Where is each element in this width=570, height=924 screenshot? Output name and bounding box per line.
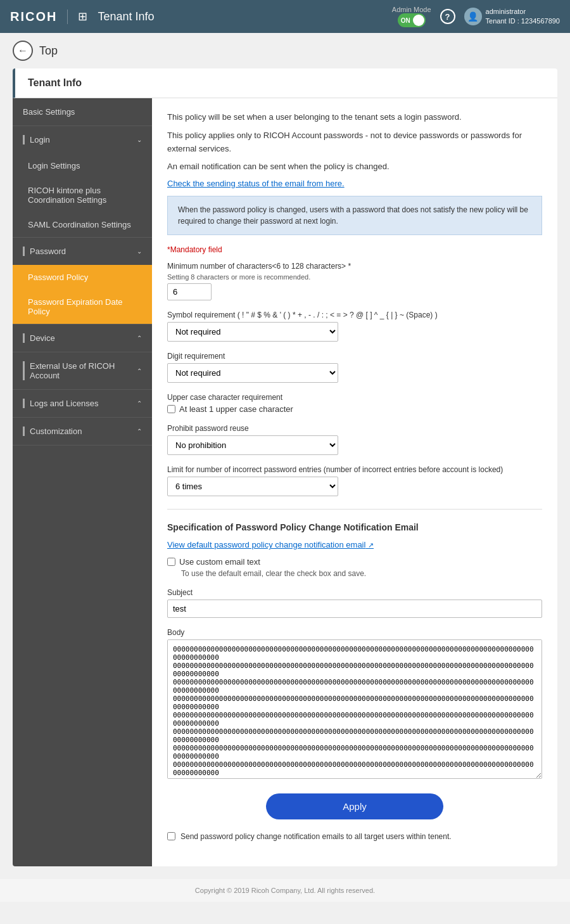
- sidebar-section-login: Login ⌄ Login Settings RICOH kintone plu…: [13, 126, 152, 238]
- sidebar-section-password: Password ⌄ Password Policy Password Expi…: [13, 238, 152, 324]
- sidebar-item-password-policy[interactable]: Password Policy: [13, 265, 152, 290]
- symbol-requirement-select[interactable]: Not required Required: [167, 322, 338, 342]
- body-textarea[interactable]: [167, 639, 542, 779]
- sidebar-item-login[interactable]: Login ⌄: [13, 126, 152, 153]
- sidebar-section-customization: Customization ⌃: [13, 418, 152, 446]
- sidebar-section-external: External Use of RICOH Account ⌃: [13, 352, 152, 390]
- symbol-requirement-label: Symbol requirement ( ! " # $ % & ' ( ) *…: [167, 311, 542, 319]
- uppercase-checkbox-row: At least 1 upper case character: [167, 404, 542, 414]
- logs-label: Logs and Licenses: [23, 399, 98, 408]
- sidebar-item-ricoh-kintone[interactable]: RICOH kintone plus Coordination Settings: [13, 178, 152, 212]
- sidebar-item-saml[interactable]: SAML Coordination Settings: [13, 212, 152, 237]
- uppercase-checkbox-label: At least 1 upper case character: [179, 404, 293, 414]
- sidebar-item-external-use[interactable]: External Use of RICOH Account ⌃: [13, 352, 152, 389]
- policy-desc-3: An email notification can be sent when t…: [167, 160, 542, 174]
- sidebar-item-password-expiration[interactable]: Password Expiration Date Policy: [13, 290, 152, 324]
- user-text: administrator Tenant ID : 1234567890: [486, 7, 560, 27]
- grid-icon[interactable]: ⊞: [78, 10, 87, 23]
- sidebar-item-device[interactable]: Device ⌃: [13, 324, 152, 352]
- sidebar-item-basic-settings[interactable]: Basic Settings: [13, 98, 152, 125]
- back-bar: ← Top: [0, 33, 570, 68]
- sidebar-section-device: Device ⌃: [13, 324, 152, 352]
- body-section: Body: [167, 628, 542, 781]
- toggle-on-label: ON: [401, 17, 410, 24]
- customization-label: Customization: [23, 427, 82, 436]
- min-chars-section: Minimum number of characters<6 to 128 ch…: [167, 262, 542, 300]
- external-use-chevron: ⌃: [137, 368, 142, 375]
- external-link-icon: ↗: [368, 541, 374, 549]
- uppercase-section: Upper case character requirement At leas…: [167, 393, 542, 414]
- digit-requirement-label: Digit requirement: [167, 352, 542, 361]
- main-content: This policy will be set when a user belo…: [152, 98, 557, 866]
- customization-chevron: ⌃: [137, 428, 142, 435]
- prohibit-reuse-section: Prohibit password reuse No prohibition P…: [167, 424, 542, 455]
- min-chars-input[interactable]: [167, 283, 212, 300]
- body-label: Body: [167, 628, 542, 637]
- uppercase-checkbox[interactable]: [167, 405, 175, 413]
- tenant-id: Tenant ID : 1234567890: [486, 16, 560, 26]
- spec-section-title: Specification of Password Policy Change …: [167, 522, 542, 532]
- back-button[interactable]: ←: [13, 41, 33, 61]
- sidebar-section-basic: Basic Settings: [13, 98, 152, 126]
- sidebar: Basic Settings Login ⌄ Login Settings RI…: [13, 98, 152, 866]
- admin-mode-toggle: Admin Mode ON: [392, 6, 431, 27]
- user-name: administrator: [486, 7, 560, 16]
- device-chevron: ⌃: [137, 335, 142, 342]
- login-label: Login: [23, 135, 50, 144]
- use-custom-email-label: Use custom email text: [179, 557, 260, 567]
- use-custom-email-section: Use custom email text To use the default…: [167, 557, 542, 578]
- mandatory-note: *Mandatory field: [167, 245, 542, 254]
- logs-chevron: ⌃: [137, 400, 142, 407]
- admin-mode-switch[interactable]: ON: [398, 13, 426, 27]
- view-default-link[interactable]: View default password policy change noti…: [167, 540, 374, 549]
- send-notification-row: Send password policy change notification…: [167, 832, 542, 841]
- subject-input[interactable]: [167, 600, 542, 618]
- lock-limit-label: Limit for number of incorrect password e…: [167, 465, 542, 474]
- login-chevron: ⌄: [137, 136, 142, 143]
- symbol-requirement-section: Symbol requirement ( ! " # $ % & ' ( ) *…: [167, 311, 542, 342]
- back-label: Top: [39, 44, 58, 58]
- sidebar-item-logs-licenses[interactable]: Logs and Licenses ⌃: [13, 390, 152, 417]
- use-custom-email-checkbox[interactable]: [167, 558, 175, 566]
- min-chars-sublabel: Setting 8 characters or more is recommen…: [167, 273, 542, 281]
- uppercase-label: Upper case character requirement: [167, 393, 542, 402]
- min-chars-label: Minimum number of characters<6 to 128 ch…: [167, 262, 542, 271]
- sidebar-item-login-settings[interactable]: Login Settings: [13, 153, 152, 178]
- user-avatar: 👤: [464, 8, 482, 25]
- help-icon[interactable]: ?: [440, 9, 455, 24]
- external-use-label: External Use of RICOH Account: [23, 361, 137, 380]
- lock-limit-section: Limit for number of incorrect password e…: [167, 465, 542, 496]
- content-layout: Basic Settings Login ⌄ Login Settings RI…: [13, 98, 557, 866]
- send-notification-label: Send password policy change notification…: [180, 832, 452, 841]
- sidebar-item-password[interactable]: Password ⌄: [13, 238, 152, 265]
- lock-limit-select[interactable]: 6 times 3 times 5 times 10 times: [167, 477, 338, 496]
- apply-button[interactable]: Apply: [266, 793, 443, 819]
- toggle-knob: [413, 15, 424, 26]
- header: RICOH ⊞ Tenant Info Admin Mode ON ? 👤 ad…: [0, 0, 570, 33]
- sidebar-item-customization[interactable]: Customization ⌃: [13, 418, 152, 445]
- policy-desc-1: This policy will be set when a user belo…: [167, 111, 542, 124]
- subject-section: Subject: [167, 588, 542, 618]
- password-chevron: ⌄: [137, 248, 142, 255]
- basic-settings-label: Basic Settings: [23, 107, 75, 117]
- page-title: Tenant Info: [13, 68, 557, 98]
- digit-requirement-select[interactable]: Not required Required: [167, 363, 338, 383]
- policy-desc-2: This policy applies only to RICOH Accoun…: [167, 129, 542, 156]
- policy-link[interactable]: Check the sending status of the email fr…: [167, 179, 345, 188]
- divider: [167, 509, 542, 510]
- footer: Copyright © 2019 Ricoh Company, Ltd. All…: [0, 879, 570, 902]
- password-label: Password: [23, 247, 66, 256]
- device-label: Device: [23, 333, 55, 343]
- admin-mode-label: Admin Mode: [392, 6, 431, 13]
- header-right: Admin Mode ON ? 👤 administrator Tenant I…: [392, 6, 560, 27]
- prohibit-reuse-label: Prohibit password reuse: [167, 424, 542, 433]
- prohibit-reuse-select[interactable]: No prohibition Prohibit last 3 Prohibit …: [167, 435, 338, 455]
- use-custom-email-row: Use custom email text: [167, 557, 542, 567]
- main-container: Tenant Info Basic Settings Login ⌄ Login…: [13, 68, 557, 866]
- user-info: 👤 administrator Tenant ID : 1234567890: [464, 7, 560, 27]
- send-notification-checkbox[interactable]: [167, 832, 175, 840]
- sidebar-section-logs: Logs and Licenses ⌃: [13, 390, 152, 418]
- digit-requirement-section: Digit requirement Not required Required: [167, 352, 542, 383]
- header-title: Tenant Info: [98, 10, 381, 23]
- default-email-hint: To use the default email, clear the chec…: [181, 569, 542, 578]
